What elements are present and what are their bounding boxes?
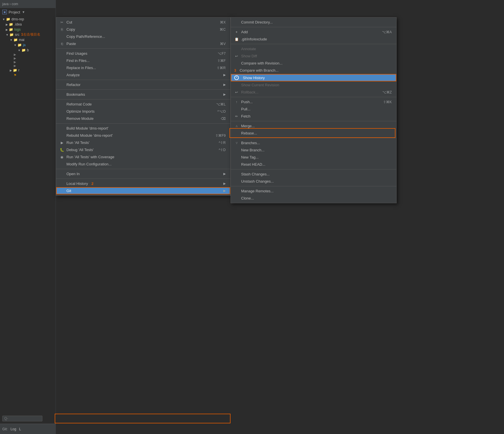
menu-item-bookmarks[interactable]: Bookmarks ▶ [56, 91, 230, 98]
git-item-show-diff[interactable]: ↩ Show Diff [231, 52, 396, 60]
search-input[interactable] [2, 416, 42, 421]
git-item-show-current[interactable]: Show Current Revision [231, 81, 396, 89]
tree-item-r[interactable]: ▶ 📁 r [0, 68, 56, 73]
tree-item-empty: ▶ [0, 53, 56, 56]
arrow-icon: ▶ [223, 83, 226, 87]
project-name: dms-rep [11, 17, 24, 21]
tree-label: src [15, 33, 19, 37]
git-item-stash[interactable]: Stash Changes... [231, 171, 396, 178]
fetch-icon: ✏ [234, 114, 239, 118]
menu-label-open-in: Open In [66, 172, 80, 176]
tree-item-main[interactable]: ▼ 📁 mai [0, 37, 56, 42]
cut-icon: ✂ [60, 20, 64, 24]
menu-item-copy-path[interactable]: Copy Path/Reference... [56, 33, 230, 40]
menu-item-rebuild[interactable]: Rebuild Module 'dms-report' ⇧⌘F9 [56, 132, 230, 139]
exclude-icon: 📋 [234, 37, 239, 41]
menu-item-modify-run[interactable]: Modify Run Configuration... [56, 161, 230, 168]
diff-icon: ↩ [234, 54, 239, 58]
badge-2: 2 [91, 181, 93, 186]
shortcut-copy: ⌘C [220, 28, 226, 32]
git-item-unstash[interactable]: Unstash Changes... [231, 178, 396, 185]
menu-item-find-files[interactable]: Find in Files... ⇧⌘F [56, 57, 230, 64]
git-item-reset[interactable]: Reset HEAD... [231, 161, 396, 168]
tree-item-java[interactable]: ▼ 📁 ja [0, 42, 56, 48]
project-icon: ▣ [2, 10, 7, 14]
git-item-show-history[interactable]: Show History [231, 74, 396, 81]
menu-item-remove-module[interactable]: Remove Module ⌫ [56, 115, 230, 122]
menu-label-copy-path: Copy Path/Reference... [66, 34, 105, 39]
menu-item-build[interactable]: Build Module 'dms-report' [56, 125, 230, 132]
menu-item-coverage[interactable]: ◉ Run 'All Tests' with Coverage [56, 153, 230, 161]
project-header: ▣ Project ▼ [0, 8, 56, 16]
git-label-fetch: Fetch [241, 114, 251, 118]
git-item-compare-branch[interactable]: 3 Compare with Branch... [231, 67, 396, 74]
tree-item-logs[interactable]: ▶ 📁 logs [0, 27, 56, 32]
separator [56, 169, 230, 169]
folder-icon: 📁 [9, 22, 13, 26]
git-item-new-branch[interactable]: New Branch... [231, 146, 396, 154]
git-item-pull[interactable]: Pull... [231, 105, 396, 113]
git-label-merge: Merge... [241, 124, 255, 128]
git-item-exclude[interactable]: 📋 .git/info/exclude [231, 36, 396, 43]
folder-icon: 📁 [13, 68, 17, 72]
menu-item-debug[interactable]: 🐛 Debug 'All Tests' ^⇧D [56, 146, 230, 153]
menu-item-refactor[interactable]: Refactor ▶ [56, 81, 230, 88]
menu-item-reformat[interactable]: Reformat Code ⌥⌘L [56, 101, 230, 108]
git-label-annotate: Annotate [241, 47, 256, 51]
shortcut-rollback: ⌥⌘Z [382, 90, 392, 94]
folder-icon: 📁 [21, 48, 26, 52]
menu-item-copy[interactable]: ⎘ Copy ⌘C [56, 26, 230, 33]
git-item-rebase[interactable]: Rebase... [231, 130, 396, 137]
tree-label: ja [23, 43, 25, 47]
rollback-icon: ↩ [234, 90, 239, 94]
tree-item-b[interactable]: ▼ 📁 b [0, 48, 56, 53]
git-item-rollback[interactable]: ↩ Rollback... ⌥⌘Z [231, 89, 396, 96]
git-item-new-tag[interactable]: New Tag... [231, 154, 396, 161]
separator [231, 186, 396, 186]
menu-item-find-usages[interactable]: Find Usages ⌥F7 [56, 50, 230, 57]
git-item-manage-remotes[interactable]: Manage Remotes... [231, 187, 396, 195]
git-item-commit-dir[interactable]: Commit Directory... [231, 19, 396, 26]
copy-icon: ⎘ [60, 28, 64, 32]
log-tab[interactable]: Log [11, 427, 16, 431]
git-label-show-history: Show History [243, 76, 265, 80]
git-item-fetch[interactable]: ✏ Fetch [231, 113, 396, 120]
chevron-icon: ▶ [6, 28, 8, 31]
git-label-new-branch: New Branch... [241, 148, 265, 152]
shortcut-rebuild: ⇧⌘F9 [215, 134, 226, 138]
arrow-icon: ▶ [223, 93, 226, 96]
separator [231, 44, 396, 44]
chevron-icon: ▼ [10, 38, 13, 42]
tree-item-idea[interactable]: ▶ 📁 .idea [0, 22, 56, 27]
git-label-add: Add [241, 30, 248, 34]
git-item-annotate[interactable]: Annotate [231, 45, 396, 52]
tree-item-file1[interactable]: ⚑ [0, 73, 56, 78]
menu-item-git[interactable]: Git ▶ [56, 187, 230, 194]
git-item-branches[interactable]: ⑂ Branches... [231, 139, 396, 146]
menu-label-find-files: Find in Files... [66, 58, 90, 63]
git-item-add[interactable]: + Add ⌥⌘A [231, 28, 396, 36]
menu-item-analyze[interactable]: Analyze ▶ [56, 71, 230, 79]
separator [56, 80, 230, 80]
git-item-push[interactable]: ↑ Push... ⇧⌘K [231, 98, 396, 105]
menu-item-cut[interactable]: ✂ Cut ⌘X [56, 19, 230, 26]
dropdown-arrow-icon: ▼ [22, 10, 25, 14]
menu-item-local-history[interactable]: Local History 2 ▶ [56, 180, 230, 187]
menu-item-paste[interactable]: ⎗ Paste ⌘V [56, 40, 230, 47]
git-item-clone[interactable]: Clone... [231, 195, 396, 202]
l-tab[interactable]: L [19, 427, 21, 431]
shortcut-find-files: ⇧⌘F [217, 59, 226, 63]
git-item-compare-revision[interactable]: Compare with Revision... [231, 60, 396, 67]
chevron-icon: ▼ [6, 33, 9, 36]
git-item-merge[interactable]: ⑃ Merge... [231, 122, 396, 130]
tree-item-root[interactable]: ▼ 📁 dms-rep [0, 17, 56, 22]
menu-label-find-usages: Find Usages [66, 51, 87, 56]
arrow-icon: ▶ [223, 189, 226, 193]
file-icon: ⚑ [14, 73, 17, 77]
menu-item-open-in[interactable]: Open In ▶ [56, 170, 230, 177]
folder-icon: 📁 [9, 33, 14, 37]
menu-item-run-tests[interactable]: ▶ Run 'All Tests' ^⇧R [56, 139, 230, 146]
menu-item-optimize[interactable]: Optimize Imports ^⌥O [56, 108, 230, 115]
merge-icon: ⑃ [234, 124, 239, 128]
menu-item-replace[interactable]: Replace in Files... ⇧⌘R [56, 64, 230, 71]
